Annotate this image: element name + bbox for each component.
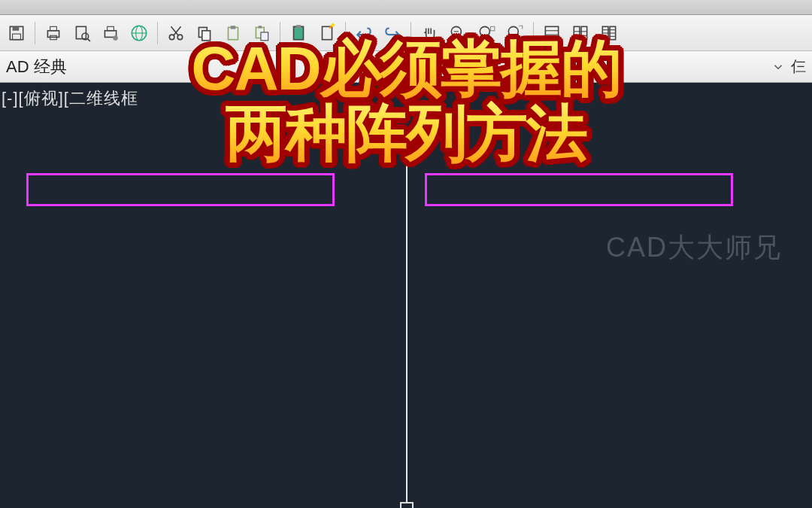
- svg-rect-22: [231, 26, 236, 29]
- line-endpoint-marker[interactable]: [400, 502, 414, 508]
- svg-rect-27: [296, 25, 301, 28]
- drawing-vertical-line[interactable]: [406, 128, 408, 508]
- title-line-2: 两种阵列方法: [191, 101, 621, 166]
- svg-line-8: [88, 38, 90, 41]
- print-preview-button[interactable]: [68, 20, 95, 47]
- svg-rect-1: [13, 26, 20, 30]
- svg-rect-2: [13, 34, 21, 40]
- globe-button[interactable]: [126, 20, 153, 47]
- chevron-down-icon[interactable]: [771, 60, 785, 74]
- cut-button[interactable]: [162, 20, 189, 47]
- title-line-1: CAD必须掌握的: [191, 36, 621, 101]
- cut-icon: [166, 23, 186, 43]
- browser-tab-area: [0, 0, 812, 15]
- workspace-label[interactable]: AD 经典: [6, 56, 67, 78]
- toolbar-separator: [35, 22, 35, 44]
- viewport-label[interactable]: [-][俯视][二维线框: [2, 87, 138, 110]
- save-button[interactable]: [3, 20, 30, 47]
- drawing-rectangle-2[interactable]: [425, 173, 733, 206]
- drawing-rectangle-1[interactable]: [26, 173, 335, 206]
- svg-rect-35: [490, 26, 494, 30]
- svg-point-29: [331, 23, 334, 26]
- title-overlay: CAD必须掌握的 两种阵列方法: [191, 36, 621, 166]
- print-icon: [44, 23, 63, 43]
- workspace-right-label: 仨: [791, 56, 806, 77]
- print-button[interactable]: [40, 20, 67, 47]
- svg-rect-24: [259, 26, 262, 28]
- page-setup-button[interactable]: [97, 20, 124, 47]
- watermark-text: CAD大大师兄: [606, 230, 782, 266]
- print-preview-icon: [72, 23, 92, 43]
- svg-rect-3: [47, 30, 59, 37]
- page-setup-icon: [101, 23, 120, 43]
- save-icon: [7, 23, 26, 43]
- drawing-canvas[interactable]: [-][俯视][二维线框 CAD必须掌握的 两种阵列方法 CAD大大师兄: [0, 83, 812, 508]
- svg-point-11: [113, 35, 118, 41]
- toolbar-separator: [157, 22, 158, 44]
- globe-icon: [129, 23, 149, 43]
